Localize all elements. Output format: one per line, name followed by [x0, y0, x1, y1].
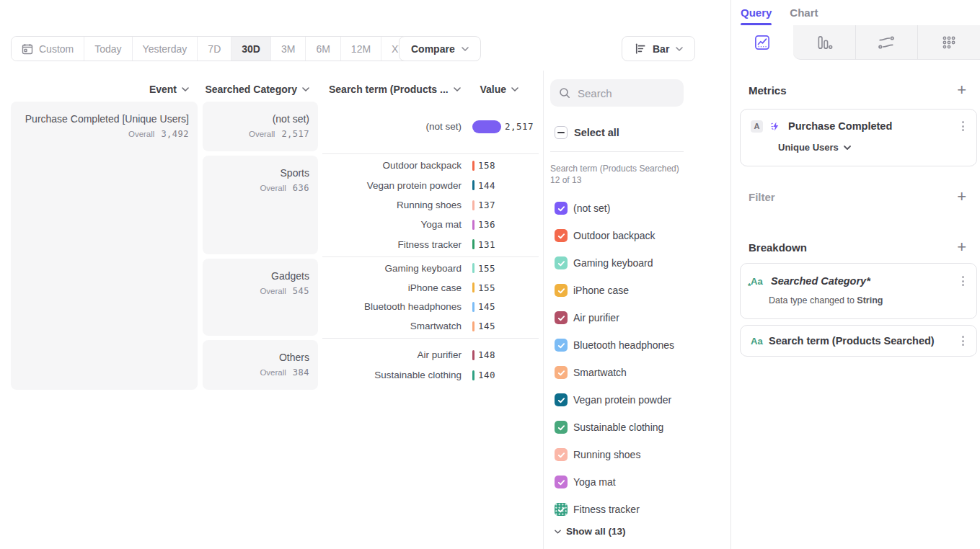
kebab-menu-icon[interactable] — [960, 119, 966, 133]
tab-funnels-report[interactable] — [793, 25, 855, 60]
add-breakdown-button[interactable]: + — [957, 241, 966, 254]
filter-item-gaming-keyboard[interactable]: Gaming keyboard — [555, 249, 730, 277]
add-metric-button[interactable]: + — [957, 84, 966, 97]
modified-asterisk: * — [748, 282, 751, 290]
breakdown-name: Searched Category* — [771, 275, 953, 287]
checkbox-checked[interactable] — [555, 448, 568, 461]
chart-row: Air purifier 148 — [322, 345, 539, 365]
add-filter-button[interactable]: + — [957, 190, 966, 203]
value-bar — [472, 321, 474, 331]
chart-type-dropdown[interactable]: Bar — [622, 36, 695, 61]
breakdown-card-search-term[interactable]: Aa Search term (Products Searched) — [740, 325, 977, 357]
value-bar — [472, 180, 474, 190]
check-icon — [557, 396, 565, 404]
column-header-searched-category[interactable]: Searched Category — [203, 84, 318, 95]
tab-chart[interactable]: Chart — [790, 6, 818, 25]
compare-button[interactable]: Compare — [399, 36, 481, 61]
column-header-value[interactable]: Value — [480, 84, 518, 95]
breakdown-section-header: Breakdown + — [749, 241, 966, 254]
check-icon — [557, 451, 565, 459]
checkbox-checked[interactable] — [555, 202, 568, 215]
checkbox-checked[interactable] — [555, 366, 568, 379]
tab-flows-report[interactable] — [855, 25, 918, 60]
breakdown-heading: Breakdown — [749, 241, 807, 254]
filter-item-vegan-protein-powder[interactable]: Vegan protein powder — [555, 386, 730, 414]
funnel-bars-icon — [816, 35, 833, 50]
filter-item-running-shoes[interactable]: Running shoes — [555, 441, 730, 468]
chart-column-headers: Event Searched Category Search term (Pro… — [11, 84, 539, 95]
event-name: Purchase Completed [Unique Users] — [11, 113, 189, 125]
date-range-segmented-control: Custom Today Yesterday 7D 30D 3M 6M 12M … — [11, 36, 436, 61]
metric-name: Purchase Completed — [788, 120, 953, 132]
chart-row: iPhone case 155 — [322, 278, 539, 298]
analytics-app: Custom Today Yesterday 7D 30D 3M 6M 12M … — [0, 0, 980, 549]
filter-check-list: (not set) Outdoor backpack Gaming keyboa… — [550, 195, 730, 523]
date-range-12m[interactable]: 12M — [341, 37, 381, 61]
date-range-7d[interactable]: 7D — [198, 37, 231, 61]
kebab-menu-icon[interactable] — [960, 274, 966, 288]
chevron-down-icon — [462, 47, 469, 51]
breakdown-name: Search term (Products Searched) — [769, 335, 955, 347]
breakdown-card-searched-category[interactable]: Aa* Searched Category* Data type changed… — [740, 263, 977, 319]
kebab-menu-icon[interactable] — [960, 334, 966, 348]
checkbox-checked[interactable] — [555, 311, 568, 324]
check-icon — [557, 506, 565, 514]
select-all-checkbox-indeterminate[interactable] — [555, 126, 568, 139]
checkbox-checked[interactable] — [555, 284, 568, 297]
terms-list: (not set) 2,517 — [322, 102, 539, 151]
checkbox-checked[interactable] — [555, 339, 568, 352]
tab-retention-report[interactable] — [917, 25, 980, 60]
checkbox-checked[interactable] — [555, 421, 568, 434]
flows-icon — [878, 35, 895, 50]
checkbox-checked-textured[interactable] — [555, 503, 568, 516]
filter-item-iphone-case[interactable]: iPhone case — [555, 277, 730, 304]
filter-item-bluetooth-headphones[interactable]: Bluetooth headphones — [555, 331, 730, 359]
search-box[interactable] — [550, 79, 684, 107]
filter-item-not-set[interactable]: (not set) — [555, 195, 730, 222]
date-range-30d-selected[interactable]: 30D — [231, 37, 271, 61]
value-bar — [472, 220, 474, 230]
checkbox-checked[interactable] — [555, 256, 568, 269]
filter-item-outdoor-backpack[interactable]: Outdoor backpack — [555, 222, 730, 249]
chart-row: Outdoor backpack 158 — [322, 156, 539, 175]
checkbox-checked[interactable] — [555, 476, 568, 488]
filter-section-header: Filter + — [749, 190, 966, 203]
date-range-6m[interactable]: 6M — [306, 37, 340, 61]
event-cell: Purchase Completed [Unique Users] Overal… — [11, 102, 198, 390]
metric-card[interactable]: A Purchase Completed Unique Users — [740, 109, 977, 166]
chart-row: Sustainable clothing 140 — [322, 365, 539, 385]
category-cell: Others Overall384 — [203, 340, 318, 390]
tab-query[interactable]: Query — [741, 6, 772, 25]
check-icon — [557, 424, 565, 432]
value-bar — [472, 263, 474, 273]
filter-item-air-purifier[interactable]: Air purifier — [555, 304, 730, 331]
select-all-row[interactable]: Select all — [555, 126, 730, 139]
filter-item-sustainable-clothing[interactable]: Sustainable clothing — [555, 414, 730, 441]
date-range-yesterday[interactable]: Yesterday — [133, 37, 198, 61]
string-property-icon: Aa* — [751, 276, 764, 287]
terms-list: Gaming keyboard 155 iPhone case 155 Blue… — [322, 259, 539, 336]
chart-row: Yoga mat 136 — [322, 215, 539, 234]
search-input[interactable] — [578, 87, 675, 99]
check-icon — [557, 259, 565, 267]
filter-item-yoga-mat[interactable]: Yoga mat — [555, 468, 730, 496]
filter-heading: Filter — [749, 191, 775, 203]
date-range-today[interactable]: Today — [84, 37, 132, 61]
column-header-event[interactable]: Event — [11, 84, 198, 95]
date-range-custom[interactable]: Custom — [12, 37, 84, 61]
retention-dots-icon — [941, 35, 957, 50]
checkbox-checked[interactable] — [555, 393, 568, 406]
date-range-3m[interactable]: 3M — [271, 37, 306, 61]
column-header-search-term[interactable]: Search term (Products ... — [329, 84, 461, 95]
check-icon — [557, 342, 565, 349]
filter-item-smartwatch[interactable]: Smartwatch — [555, 359, 730, 386]
metric-aggregation-dropdown[interactable]: Unique Users — [778, 142, 966, 153]
chart-row: Gaming keyboard 155 — [322, 259, 539, 278]
category-groups: (not set) Overall2,517 (not set) 2,517 S… — [203, 102, 539, 390]
checkbox-checked[interactable] — [555, 229, 568, 242]
chart-body: Purchase Completed [Unique Users] Overal… — [11, 102, 539, 390]
tab-insights-report[interactable] — [731, 25, 793, 60]
filter-item-fitness-tracker[interactable]: Fitness tracker — [555, 496, 730, 523]
value-bar — [472, 282, 474, 293]
show-all-toggle[interactable]: Show all (13) — [555, 526, 730, 537]
